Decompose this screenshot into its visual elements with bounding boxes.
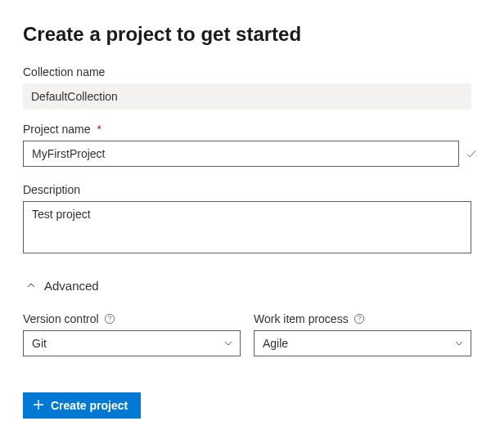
plus-icon bbox=[33, 399, 44, 413]
collection-name-label: Collection name bbox=[23, 65, 477, 78]
version-control-label: Version control bbox=[23, 312, 99, 325]
svg-point-3 bbox=[358, 321, 359, 322]
svg-point-1 bbox=[109, 321, 110, 322]
version-control-select[interactable]: Git bbox=[23, 330, 241, 356]
chevron-down-icon bbox=[223, 338, 233, 348]
help-icon[interactable] bbox=[354, 313, 365, 325]
description-input[interactable] bbox=[23, 201, 471, 253]
work-item-process-value: Agile bbox=[263, 335, 288, 352]
project-name-input[interactable] bbox=[23, 141, 459, 167]
advanced-label: Advanced bbox=[44, 279, 99, 293]
page-title: Create a project to get started bbox=[23, 23, 477, 46]
help-icon[interactable] bbox=[104, 313, 115, 325]
create-project-button[interactable]: Create project bbox=[23, 392, 141, 419]
work-item-process-label: Work item process bbox=[254, 312, 349, 325]
advanced-toggle[interactable]: Advanced bbox=[26, 279, 477, 293]
required-indicator: * bbox=[97, 123, 101, 136]
project-name-label: Project name * bbox=[23, 123, 477, 136]
chevron-up-icon bbox=[26, 279, 36, 293]
create-project-label: Create project bbox=[51, 399, 128, 412]
chevron-down-icon bbox=[454, 338, 464, 348]
collection-name-value: DefaultCollection bbox=[23, 83, 471, 110]
version-control-value: Git bbox=[32, 335, 47, 352]
work-item-process-select[interactable]: Agile bbox=[254, 330, 471, 356]
check-icon bbox=[466, 148, 477, 159]
description-label: Description bbox=[23, 183, 477, 196]
project-name-label-text: Project name bbox=[23, 123, 90, 136]
